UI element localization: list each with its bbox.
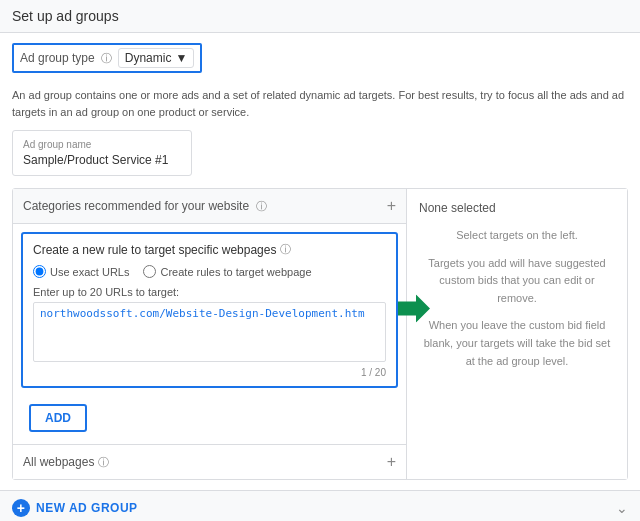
svg-marker-0 xyxy=(398,295,430,323)
all-webpages-plus-icon[interactable]: + xyxy=(387,453,396,471)
all-webpages-help-icon[interactable]: ⓘ xyxy=(98,455,109,470)
ad-group-name-section: Ad group name Sample/Product Service #1 xyxy=(12,130,192,176)
target-rule-box: Create a new rule to target specific web… xyxy=(21,232,398,388)
all-webpages-row: All webpages ⓘ + xyxy=(13,444,406,479)
ad-group-name-label: Ad group name xyxy=(23,139,181,150)
main-content: Ad group type ⓘ Dynamic ▼ An ad group co… xyxy=(0,33,640,490)
new-ad-group-button[interactable]: + NEW AD GROUP xyxy=(12,499,138,517)
green-arrow xyxy=(398,295,430,326)
right-panel: None selected Select targets on the left… xyxy=(407,189,627,479)
categories-help-icon[interactable]: ⓘ xyxy=(256,200,267,212)
description-text: An ad group contains one or more ads and… xyxy=(12,87,628,120)
target-rule-label: Create a new rule to target specific web… xyxy=(33,243,276,257)
categories-label: Categories recommended for your website xyxy=(23,199,249,213)
bottom-left: + NEW AD GROUP xyxy=(12,499,138,517)
ad-group-type-row: Ad group type ⓘ Dynamic ▼ xyxy=(12,43,202,73)
target-rule-help-icon[interactable]: ⓘ xyxy=(280,242,291,257)
target-rule-title: Create a new rule to target specific web… xyxy=(33,242,386,257)
url-count: 1 / 20 xyxy=(33,367,386,378)
page-title: Set up ad groups xyxy=(12,8,119,24)
left-panel: Categories recommended for your website … xyxy=(13,189,407,479)
page-header: Set up ad groups xyxy=(0,0,640,33)
add-button[interactable]: ADD xyxy=(29,404,87,432)
chevron-down-icon[interactable]: ⌄ xyxy=(616,500,628,516)
radio-create-rules[interactable]: Create rules to target webpage xyxy=(143,265,311,278)
radio-exact-urls-input[interactable] xyxy=(33,265,46,278)
radio-create-rules-input[interactable] xyxy=(143,265,156,278)
categories-header: Categories recommended for your website … xyxy=(13,189,406,224)
right-panel-desc2: Targets you add will have suggested cust… xyxy=(419,255,615,308)
url-label: Enter up to 20 URLs to target: xyxy=(33,286,386,298)
radio-row: Use exact URLs Create rules to target we… xyxy=(33,265,386,278)
ad-group-name-value: Sample/Product Service #1 xyxy=(23,153,181,167)
bottom-bar: + NEW AD GROUP ⌄ xyxy=(0,490,640,521)
categories-plus-icon[interactable]: + xyxy=(387,197,396,215)
circle-plus-icon: + xyxy=(12,499,30,517)
all-webpages-label: All webpages ⓘ xyxy=(23,455,109,470)
new-ad-group-label: NEW AD GROUP xyxy=(36,501,138,515)
url-textarea[interactable]: northwoodssoft.com/Website-Design-Develo… xyxy=(33,302,386,362)
main-panels: Categories recommended for your website … xyxy=(12,188,628,480)
right-panel-desc1: Select targets on the left. xyxy=(419,227,615,245)
categories-header-title: Categories recommended for your website … xyxy=(23,199,267,214)
radio-exact-urls[interactable]: Use exact URLs xyxy=(33,265,129,278)
all-webpages-text: All webpages xyxy=(23,455,94,469)
ad-group-type-value: Dynamic xyxy=(125,51,172,65)
ad-group-type-label: Ad group type xyxy=(20,51,95,65)
ad-group-type-dropdown[interactable]: Dynamic ▼ xyxy=(118,48,195,68)
ad-group-type-help-icon[interactable]: ⓘ xyxy=(101,51,112,66)
right-panel-desc3: When you leave the custom bid field blan… xyxy=(419,317,615,370)
radio-exact-urls-label: Use exact URLs xyxy=(50,266,129,278)
dropdown-arrow-icon: ▼ xyxy=(175,51,187,65)
radio-create-rules-label: Create rules to target webpage xyxy=(160,266,311,278)
none-selected-text: None selected xyxy=(419,201,615,215)
